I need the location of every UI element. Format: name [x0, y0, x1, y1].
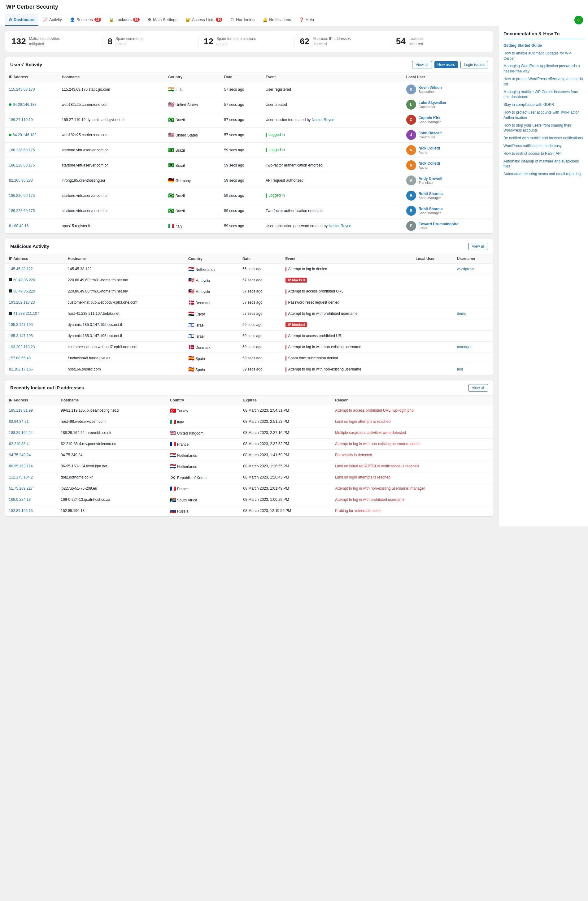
new-users-button[interactable]: New users: [434, 61, 458, 68]
event-link[interactable]: Nestor Royce: [329, 224, 351, 228]
ip-address-link[interactable]: 64.29.146.182: [13, 103, 37, 107]
user-avatar: C: [406, 115, 416, 125]
nav-item-dashboard[interactable]: ⊙Dashboard: [5, 14, 38, 26]
ip-address-link[interactable]: 112.175.184.2: [9, 475, 33, 479]
country-cell: 🇩🇪 Germany: [164, 173, 220, 188]
expires-text: 08 March 2023, 12:19:59 PM: [243, 508, 292, 513]
ip-address-link[interactable]: 193.202.110.23: [9, 345, 35, 349]
ip-address-link[interactable]: 64.29.146.182: [13, 133, 37, 137]
nav-badge-access-lists: 14: [216, 18, 222, 22]
ip-cell: 41.238.211.107: [5, 308, 64, 319]
username-link[interactable]: manager: [457, 345, 472, 349]
date-cell: 59 secs ago: [220, 203, 262, 218]
hostname-text: opus15.register.it: [62, 224, 90, 228]
ip-address-link[interactable]: 60.49.86.220: [13, 278, 35, 282]
ip-address-link[interactable]: 186.226.60.175: [9, 209, 35, 213]
reason-link[interactable]: Attempt to log in with prohibited userna…: [335, 497, 404, 502]
sidebar-doc-link-8[interactable]: Be notified with mobile and browser noti…: [504, 136, 583, 141]
ip-address-link[interactable]: 185.3.147.195: [9, 323, 33, 327]
expires-cell: 08 March 2023, 2:51:23 PM: [240, 416, 332, 427]
nav-item-access-lists[interactable]: 🔐Access Lists14: [182, 14, 226, 26]
ip-address-link[interactable]: 189.27.110.19: [9, 118, 33, 122]
nav-item-main-settings[interactable]: ⚙Main Settings: [144, 14, 181, 26]
ip-address-link[interactable]: 145.45.33.122: [9, 267, 33, 271]
ip-address-link[interactable]: 82.102.17.166: [9, 367, 33, 371]
sidebar-doc-link-12[interactable]: Automated recurring scans and email repo…: [504, 171, 583, 177]
locked-view-all-button[interactable]: View all: [468, 384, 488, 391]
user-info: Luke Skywalker Contributor: [419, 101, 446, 109]
reason-link[interactable]: Attempt to log in with non-existing user…: [335, 486, 425, 491]
ip-address-link[interactable]: 157.88.55.48: [9, 356, 31, 360]
expires-text: 08 March 2023, 1:01:49 PM: [243, 486, 289, 491]
date-cell: 57 secs ago: [239, 297, 282, 308]
ip-address-link[interactable]: 169.0.224.13: [9, 497, 31, 502]
ip-address-link[interactable]: 62.94.34.21: [9, 419, 28, 424]
sidebar-doc-link-2[interactable]: Managing WordPress application passwords…: [504, 64, 583, 74]
sidebar-doc-link-7[interactable]: How to stop your users from sharing thei…: [504, 123, 583, 133]
nav-item-hardening[interactable]: 🛡Hardening: [227, 14, 258, 26]
username-link[interactable]: test: [457, 367, 463, 371]
reason-link[interactable]: Attempt to log in with non-existing user…: [335, 442, 420, 446]
country-cell: 🇮🇱 Israel: [184, 330, 239, 341]
sidebar-doc-link-9[interactable]: WordPress notifications made easy: [504, 143, 583, 148]
ip-address-link[interactable]: 152.89.196.13: [9, 508, 33, 513]
ip-address-link[interactable]: 115.243.63.170: [9, 87, 35, 92]
login-issues-button[interactable]: Login issues: [460, 61, 488, 69]
reason-link[interactable]: Probing for vulnerable code: [335, 508, 381, 513]
ip-address-link[interactable]: 186.226.60.175: [9, 193, 35, 198]
sidebar-doc-link-0[interactable]: Getting Started Guide: [504, 43, 583, 48]
ip-address-link[interactable]: 185.3.147.195: [9, 334, 33, 338]
sidebar-doc-link-6[interactable]: How to protect user accounts with Two-Fa…: [504, 110, 583, 120]
username-link[interactable]: demo: [457, 311, 466, 316]
sidebar-doc-link-5[interactable]: Stay in compliance with GDPR: [504, 102, 583, 108]
nav-item-lockouts[interactable]: 🔒Lockouts10: [105, 14, 143, 26]
reason-link[interactable]: Attempt to access prohibited URL: wp-log…: [335, 408, 413, 413]
ip-address-link[interactable]: 41.238.211.107: [13, 311, 39, 316]
sidebar-doc-link-11[interactable]: Automatic cleanup of malware and suspici…: [504, 159, 583, 169]
date-cell: 59 secs ago: [220, 188, 262, 203]
hostname-text: 220.86.49.60.trm01-home.tm.net.my: [68, 289, 128, 293]
ip-address-link[interactable]: 60.49.86.220: [13, 289, 35, 293]
users-view-all-button[interactable]: View all: [412, 61, 432, 69]
ip-cell: 64.29.146.182: [5, 97, 58, 112]
hostname-cell: startone.virtuaserver.com.br: [58, 142, 164, 157]
hostname-cell: infong195.clienthosting.eu: [58, 173, 164, 188]
hostname-cell: 86-95-163-114.fixed.kpn.net: [57, 461, 166, 472]
nav-item-activity[interactable]: 📈Activity: [39, 14, 66, 26]
reason-link[interactable]: Limit on login attempts is reached: [335, 419, 390, 424]
event-link[interactable]: Nestor Royce: [312, 118, 334, 122]
sidebar-doc-link-10[interactable]: How to restrict access to REST API: [504, 151, 583, 156]
reason-link[interactable]: Limit on failed reCAPTCHA verifications …: [335, 464, 419, 468]
local-user-cell: [412, 330, 453, 341]
sidebar-doc-link-3[interactable]: How to protect WordPress effectively: a …: [504, 76, 583, 87]
nav-item-sessions[interactable]: 👤Sessions11: [66, 14, 104, 26]
reason-link[interactable]: Limit on login attempts is reached: [335, 475, 390, 479]
ip-address-link[interactable]: 62.210.88.4: [9, 442, 28, 446]
expires-cell: 08 March 2023, 1:00:29 PM: [240, 494, 332, 505]
ip-address-link[interactable]: 51.75.209.227: [9, 486, 33, 491]
country-name: United States: [176, 103, 198, 107]
table-row: 94.75.249.24 94.75.249.24 🇳🇱 Netherlands…: [5, 449, 493, 461]
sidebar-doc-link-4[interactable]: Managing multiple WP Cerber instances fr…: [504, 89, 583, 100]
ip-address-link[interactable]: 185.119.81.99: [9, 408, 33, 413]
hostname-cell: 188.29.164.24.threembb.co.uk: [57, 427, 166, 438]
ip-address-link[interactable]: 188.29.164.24: [9, 430, 33, 435]
ip-address-link[interactable]: 193.202.110.23: [9, 300, 35, 305]
reason-link[interactable]: Multiple suspicious activities were dete…: [335, 430, 406, 435]
reason-link[interactable]: Bot activity is detected: [335, 453, 372, 457]
nav-item-help[interactable]: ❓Help: [295, 14, 318, 26]
username-link[interactable]: wordpress: [457, 267, 474, 271]
nav-item-notifications[interactable]: 🔔Notifications: [259, 14, 295, 26]
country-name: Turkey: [177, 409, 188, 413]
ip-address-link[interactable]: 94.75.249.24: [9, 453, 31, 457]
ip-address-link[interactable]: 86.95.163.114: [9, 464, 33, 468]
sidebar-doc-link-1[interactable]: How to enable automatic updates for WP C…: [504, 51, 583, 61]
ip-address-link[interactable]: 186.226.60.175: [9, 148, 35, 152]
nav-green-icon[interactable]: 🌿: [574, 16, 583, 25]
ip-address-link[interactable]: 186.226.60.175: [9, 163, 35, 167]
logged-in-text: Logged in: [268, 148, 285, 152]
ip-address-link[interactable]: 82.165.86.233: [9, 178, 33, 182]
country-flag: 🇹🇷: [170, 408, 176, 413]
malicious-view-all-button[interactable]: View all: [468, 243, 488, 250]
ip-address-link[interactable]: 81.88.49.16: [9, 224, 28, 228]
